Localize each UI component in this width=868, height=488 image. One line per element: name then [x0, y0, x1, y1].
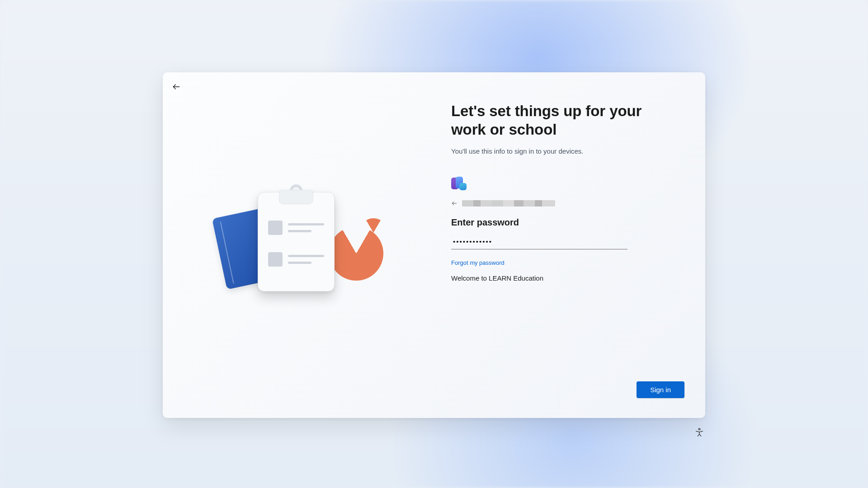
stage: Let's set things up for your work or sch…	[0, 0, 868, 488]
forgot-password-link[interactable]: Forgot my password	[451, 259, 505, 266]
setup-panel: Let's set things up for your work or sch…	[163, 72, 705, 418]
organization-logo	[451, 177, 467, 191]
back-button[interactable]	[170, 80, 183, 93]
password-input[interactable]	[451, 236, 627, 249]
illustration-pane	[163, 72, 434, 418]
work-school-illustration	[208, 187, 389, 304]
page-title: Let's set things up for your work or sch…	[451, 102, 659, 139]
arrow-left-icon	[451, 200, 458, 206]
change-account-button[interactable]	[451, 200, 458, 206]
password-label: Enter password	[451, 217, 676, 228]
clipboard-icon	[258, 192, 335, 291]
accessibility-button[interactable]	[694, 427, 704, 437]
pie-slice-icon	[359, 218, 388, 247]
form-pane: Let's set things up for your work or sch…	[434, 72, 705, 418]
accessibility-icon	[694, 427, 704, 437]
sign-in-button[interactable]: Sign in	[637, 381, 684, 398]
svg-point-2	[698, 428, 700, 430]
page-subtitle: You'll use this info to sign in to your …	[451, 147, 676, 155]
welcome-text: Welcome to LEARN Education	[451, 274, 676, 282]
account-email-redacted	[462, 200, 555, 206]
identity-row	[451, 200, 676, 206]
arrow-left-icon	[172, 82, 181, 91]
